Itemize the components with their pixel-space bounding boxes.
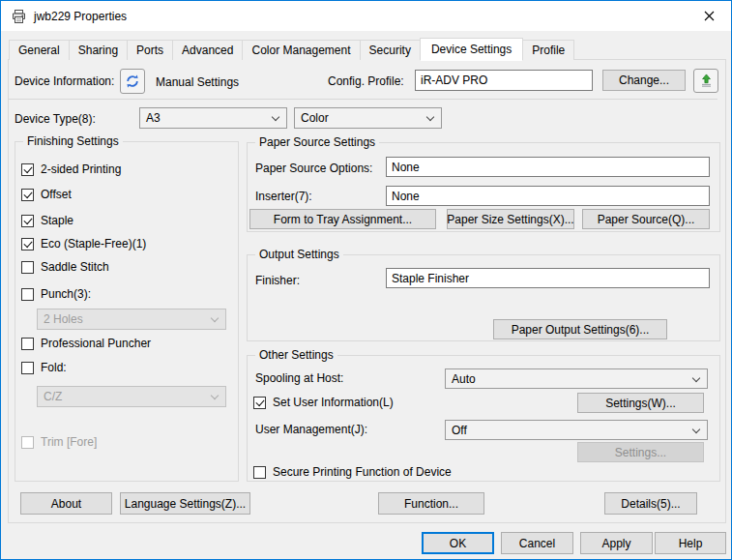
device-color-select[interactable]: Color xyxy=(294,107,442,129)
other-settings-title: Other Settings xyxy=(255,348,337,362)
checkbox-trim-fore: Trim [Fore] xyxy=(21,435,97,449)
finishing-settings-group: Finishing Settings 2-sided Printing Offs… xyxy=(15,141,239,482)
tab-security[interactable]: Security xyxy=(360,40,421,60)
tab-ports[interactable]: Ports xyxy=(127,40,173,60)
close-icon xyxy=(704,11,715,21)
chevron-down-icon xyxy=(692,374,700,382)
chevron-down-icon xyxy=(692,426,700,433)
about-button[interactable]: About xyxy=(20,492,112,515)
form-to-tray-assignment-button[interactable]: Form to Tray Assignment... xyxy=(249,209,436,229)
finisher-field[interactable]: Staple Finisher xyxy=(386,268,710,288)
checkbox-punch[interactable]: Punch(3): xyxy=(21,287,91,301)
punch-holes-select: 2 Holes xyxy=(37,309,226,330)
apply-button[interactable]: Apply xyxy=(580,532,653,554)
finishing-settings-title: Finishing Settings xyxy=(23,134,123,148)
tab-color-management[interactable]: Color Management xyxy=(242,40,360,60)
checkbox-icon xyxy=(21,338,34,350)
properties-dialog: jwb229 Properties General Sharing Ports … xyxy=(0,0,732,560)
checkbox-saddle-stitch[interactable]: Saddle Stitch xyxy=(21,260,109,274)
paper-source-options-field[interactable]: None xyxy=(386,157,710,177)
function-button[interactable]: Function... xyxy=(378,492,484,515)
config-profile-label: Config. Profile: xyxy=(328,74,404,88)
tab-device-settings[interactable]: Device Settings xyxy=(420,38,523,61)
checkbox-icon xyxy=(253,397,266,409)
paper-source-options-label: Paper Source Options: xyxy=(255,162,372,175)
divider xyxy=(9,99,717,100)
checkbox-icon xyxy=(21,215,34,227)
window-title: jwb229 Properties xyxy=(34,10,127,23)
change-profile-button[interactable]: Change... xyxy=(602,70,686,91)
checkbox-icon xyxy=(21,436,34,449)
checkbox-icon xyxy=(253,466,266,479)
output-settings-title: Output Settings xyxy=(255,248,343,261)
inserter-label: Inserter(7): xyxy=(255,190,312,203)
chevron-down-icon xyxy=(211,314,219,322)
spooling-at-host-select[interactable]: Auto xyxy=(445,368,708,389)
checkbox-staple[interactable]: Staple xyxy=(21,214,73,227)
checkbox-set-user-information[interactable]: Set User Information(L) xyxy=(253,396,394,409)
checkbox-icon xyxy=(21,362,34,374)
title-bar: jwb229 Properties xyxy=(1,1,731,31)
ok-button[interactable]: OK xyxy=(422,532,494,554)
checkbox-offset[interactable]: Offset xyxy=(21,188,72,201)
chevron-down-icon xyxy=(211,392,219,399)
paper-size-settings-button[interactable]: Paper Size Settings(X)... xyxy=(447,209,574,229)
user-management-settings-button: Settings... xyxy=(577,442,704,462)
device-info-mode-text: Manual Settings xyxy=(156,75,239,89)
help-button[interactable]: Help xyxy=(655,532,726,554)
chevron-down-icon xyxy=(426,113,434,121)
tab-bar: General Sharing Ports Advanced Color Man… xyxy=(9,37,573,60)
checkbox-fold[interactable]: Fold: xyxy=(21,361,67,374)
tab-advanced[interactable]: Advanced xyxy=(172,40,243,60)
output-settings-group: Output Settings Finisher: Staple Finishe… xyxy=(247,254,720,341)
paper-output-settings-button[interactable]: Paper Output Settings(6)... xyxy=(493,319,667,339)
tab-profile[interactable]: Profile xyxy=(522,40,574,60)
checkbox-icon xyxy=(21,261,34,274)
user-management-select[interactable]: Off xyxy=(445,420,708,440)
device-type-select[interactable]: A3 xyxy=(139,107,287,129)
checkbox-professional-puncher[interactable]: Professional Puncher xyxy=(21,337,151,350)
checkbox-icon xyxy=(21,189,34,201)
language-settings-button[interactable]: Language Settings(Z)... xyxy=(120,492,250,515)
export-profile-button[interactable] xyxy=(693,69,718,93)
paper-source-settings-title: Paper Source Settings xyxy=(255,135,379,149)
cancel-button[interactable]: Cancel xyxy=(501,532,573,554)
refresh-device-info-button[interactable] xyxy=(120,69,145,94)
inserter-field[interactable]: None xyxy=(386,186,710,206)
checkbox-eco-staple-free[interactable]: Eco (Staple-Free)(1) xyxy=(21,237,146,251)
finisher-label: Finisher: xyxy=(255,274,300,287)
checkbox-icon xyxy=(21,238,34,251)
chevron-down-icon xyxy=(272,113,279,121)
refresh-icon xyxy=(125,74,140,89)
device-type-label: Device Type(8): xyxy=(15,112,96,126)
user-info-settings-button[interactable]: Settings(W)... xyxy=(577,393,704,413)
export-profile-icon xyxy=(699,74,714,88)
other-settings-group: Other Settings Spooling at Host: Auto Se… xyxy=(247,355,720,482)
paper-source-button[interactable]: Paper Source(Q)... xyxy=(582,209,710,229)
close-button[interactable] xyxy=(688,1,731,30)
checkbox-2-sided-printing[interactable]: 2-sided Printing xyxy=(21,162,121,176)
paper-source-settings-group: Paper Source Settings Paper Source Optio… xyxy=(247,142,720,232)
spooling-at-host-label: Spooling at Host: xyxy=(255,371,343,385)
checkbox-secure-printing[interactable]: Secure Printing Function of Device xyxy=(253,465,452,479)
checkbox-icon xyxy=(21,288,34,301)
details-button[interactable]: Details(5)... xyxy=(604,492,697,515)
checkbox-icon xyxy=(21,163,34,176)
printer-icon xyxy=(11,9,27,24)
tab-sharing[interactable]: Sharing xyxy=(69,40,128,60)
tab-general[interactable]: General xyxy=(9,40,70,60)
device-information-label: Device Information: xyxy=(15,74,114,88)
config-profile-field[interactable]: iR-ADV PRO xyxy=(415,70,593,91)
user-management-label: User Management(J): xyxy=(255,423,367,436)
fold-type-select: C/Z xyxy=(37,386,226,407)
